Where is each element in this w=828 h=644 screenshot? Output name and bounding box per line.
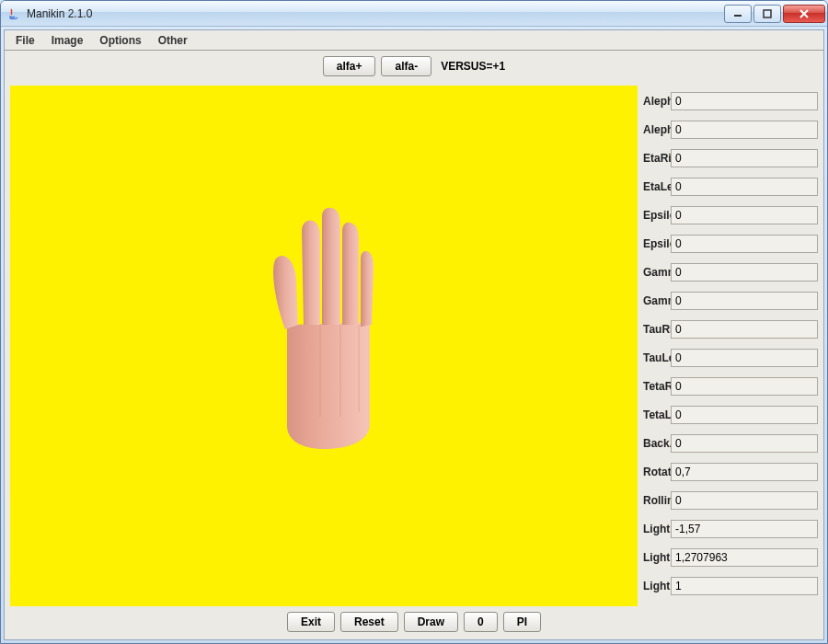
draw-button[interactable]: Draw [404,612,458,632]
param-input[interactable] [671,149,818,167]
param-row: AlephRight: [643,87,818,115]
menu-file[interactable]: File [8,32,42,49]
param-label: GammaLeft: [643,294,671,307]
param-row: TetaRight: [643,373,818,400]
param-label: TauLeft: [643,351,671,364]
alfa-plus-button[interactable]: alfa+ [323,56,376,76]
menubar: File Image Options Other [5,30,823,51]
param-label: EtaLeft: [643,180,671,193]
param-row: Light angle fi: [643,515,818,543]
param-label: TetaLeft: [643,408,671,421]
param-input[interactable] [671,121,818,139]
param-input[interactable] [671,235,818,253]
param-input[interactable] [671,292,818,310]
top-toolbar: alfa+ alfa- VERSUS=+1 [5,51,823,82]
param-label: TauRight: [643,323,671,336]
param-input[interactable] [671,406,818,424]
param-label: BackAngle: [643,437,671,450]
param-row: Light intensity: [643,572,818,600]
main-content: AlephRight:AlephLeft:EtaRight:EtaLeft:Ep… [5,82,823,608]
param-row: RotationAngle: [643,458,818,486]
param-input[interactable] [671,491,818,510]
param-input[interactable] [671,577,818,595]
param-label: GammaRight: [643,266,671,279]
param-row: EpsilonLeft: [643,230,818,258]
param-row: Light angle teta: [643,544,818,571]
alfa-minus-button[interactable]: alfa- [381,56,431,76]
menu-other[interactable]: Other [151,32,195,49]
param-row: Rolling: [643,487,818,514]
hand-model-icon [232,187,416,463]
param-label: AlephLeft: [643,123,671,136]
param-input[interactable] [671,320,818,339]
reset-button[interactable]: Reset [340,612,398,632]
param-row: EtaRight: [643,144,818,172]
titlebar[interactable]: Manikin 2.1.0 [1,1,827,27]
render-canvas[interactable] [10,86,638,606]
param-row: GammaLeft: [643,287,818,315]
content-frame: File Image Options Other alfa+ alfa- VER… [4,29,824,640]
param-label: AlephRight: [643,95,671,108]
param-input[interactable] [671,520,818,538]
param-label: TetaRight: [643,380,671,393]
param-row: BackAngle: [643,430,818,457]
param-label: RotationAngle: [643,466,671,478]
param-input[interactable] [671,548,818,567]
param-input[interactable] [671,263,818,282]
param-row: TauLeft: [643,344,818,372]
window-controls [724,5,825,23]
parameters-panel: AlephRight:AlephLeft:EtaRight:EtaLeft:Ep… [643,86,818,606]
maximize-button[interactable] [753,5,781,23]
param-row: GammaRight: [643,259,818,286]
param-input[interactable] [671,178,818,196]
menu-options[interactable]: Options [92,32,148,49]
zero-button[interactable]: 0 [464,612,498,632]
param-label: Light angle fi: [643,523,671,535]
app-window: Manikin 2.1.0 File Image Options Other a… [0,0,828,644]
param-row: TauRight: [643,316,818,343]
window-title: Manikin 2.1.0 [27,7,724,20]
java-icon [6,6,21,21]
bottom-toolbar: Exit Reset Draw 0 PI [5,608,823,639]
param-input[interactable] [671,206,818,224]
param-label: Light intensity: [643,580,671,592]
exit-button[interactable]: Exit [287,612,335,632]
svg-rect-1 [764,10,771,17]
param-input[interactable] [671,92,818,110]
param-input[interactable] [671,434,818,453]
param-label: EpsilonRight: [643,209,671,222]
minimize-button[interactable] [724,5,752,23]
param-label: EtaRight: [643,152,671,165]
param-input[interactable] [671,349,818,367]
pi-button[interactable]: PI [503,612,541,632]
param-row: EtaLeft: [643,173,818,201]
param-label: Rolling: [643,494,671,507]
versus-label: VERSUS=+1 [441,60,505,73]
close-button[interactable] [783,5,825,23]
param-row: EpsilonRight: [643,201,818,229]
param-input[interactable] [671,463,818,481]
param-label: EpsilonLeft: [643,237,671,250]
menu-image[interactable]: Image [44,32,91,49]
param-row: AlephLeft: [643,116,818,144]
param-input[interactable] [671,377,818,396]
param-label: Light angle teta: [643,551,671,564]
param-row: TetaLeft: [643,401,818,429]
